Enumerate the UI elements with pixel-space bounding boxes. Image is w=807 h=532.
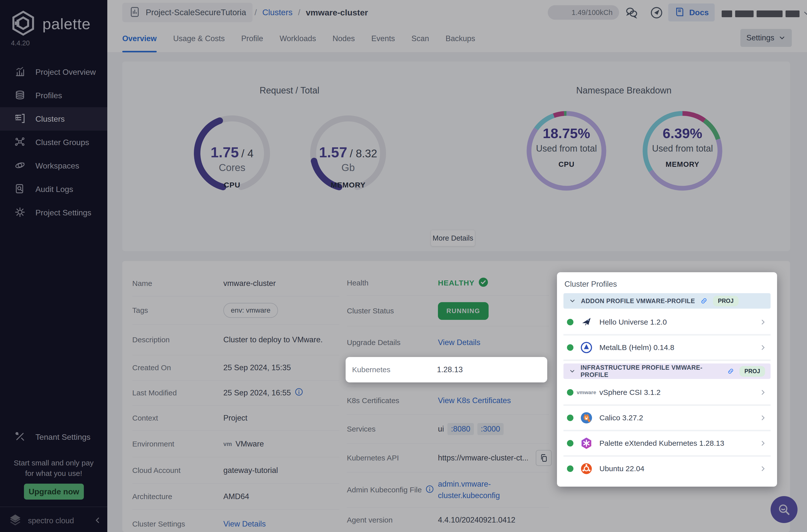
- chevron-down-icon: [569, 298, 576, 304]
- link-icon: [727, 367, 734, 375]
- metallb-icon: [580, 341, 593, 355]
- profile-layer-name: MetalLB (Helm) 0.14.8: [599, 343, 753, 352]
- infrastructure-profile-section-header[interactable]: INFRASTRUCTURE PROFILE VMWARE-PROFILE PR…: [564, 363, 771, 379]
- chevron-right-icon: [759, 318, 767, 326]
- chevron-down-icon: [569, 368, 575, 375]
- profile-layer-name: Ubuntu 22.04: [599, 464, 753, 473]
- app-root: palette 4.4.20 Project Overview Profiles…: [0, 0, 807, 532]
- link-icon: [700, 297, 708, 305]
- panel-title: Cluster Profiles: [565, 280, 771, 289]
- kubernetes-label: Kubernetes: [352, 365, 437, 374]
- chevron-right-icon: [759, 388, 767, 396]
- calico-icon: [580, 411, 593, 425]
- proj-scope-badge: PROJ: [739, 366, 765, 377]
- status-dot: [567, 389, 573, 396]
- section-title: ADDON PROFILE VMWARE-PROFILE: [581, 298, 695, 305]
- vmware-logo-icon: vmware: [580, 385, 593, 399]
- palette-k8s-icon: [580, 436, 593, 450]
- ubuntu-icon: [580, 462, 593, 476]
- chevron-right-icon: [759, 414, 767, 422]
- profile-layer-ubuntu[interactable]: Ubuntu 22.04: [564, 457, 771, 481]
- profile-layer-vsphere-csi[interactable]: vmware vSphere CSI 3.1.2: [564, 380, 771, 406]
- profile-layer-name: vSphere CSI 3.1.2: [599, 388, 753, 397]
- hello-universe-icon: [580, 315, 593, 329]
- cluster-profiles-panel: Cluster Profiles ADDON PROFILE VMWARE-PR…: [557, 272, 777, 487]
- status-dot: [567, 319, 573, 325]
- kubernetes-version-value: 1.28.13: [437, 365, 463, 374]
- chevron-right-icon: [759, 344, 767, 352]
- profile-layer-hello-universe[interactable]: Hello Universe 1.2.0: [564, 310, 771, 336]
- profile-layer-name: Calico 3.27.2: [599, 414, 753, 422]
- addon-profile-section-header[interactable]: ADDON PROFILE VMWARE-PROFILE PROJ: [564, 293, 771, 309]
- profile-layer-name: Palette eXtended Kubernetes 1.28.13: [599, 439, 753, 448]
- kubernetes-version-spotlight-row: Kubernetes 1.28.13: [346, 357, 547, 382]
- section-title: INFRASTRUCTURE PROFILE VMWARE-PROFILE: [581, 364, 722, 378]
- chevron-right-icon: [759, 465, 767, 473]
- status-dot: [567, 415, 573, 421]
- chevron-right-icon: [759, 439, 767, 447]
- profile-layer-name: Hello Universe 1.2.0: [599, 318, 753, 326]
- profile-layer-palette-kubernetes[interactable]: Palette eXtended Kubernetes 1.28.13: [564, 431, 771, 457]
- profile-layer-metallb[interactable]: MetalLB (Helm) 0.14.8: [564, 336, 771, 361]
- proj-scope-badge: PROJ: [713, 296, 739, 306]
- status-dot: [567, 440, 573, 446]
- profile-layer-calico[interactable]: Calico 3.27.2: [564, 406, 771, 431]
- status-dot: [567, 466, 573, 472]
- status-dot: [567, 344, 573, 351]
